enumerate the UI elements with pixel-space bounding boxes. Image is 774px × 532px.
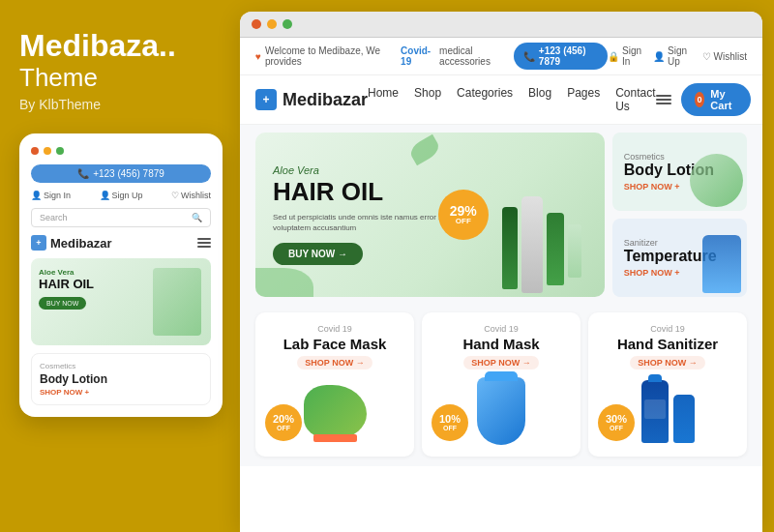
browser-dot-yellow[interactable] <box>267 19 277 29</box>
covid-suffix: medical accessories <box>439 45 514 67</box>
phone-icon: 📞 <box>77 168 89 179</box>
signup-link[interactable]: 👤 Sign Up <box>653 45 690 67</box>
side-card-2-product-image <box>702 235 741 293</box>
product-shop-link-1[interactable]: SHOP NOW → <box>297 356 372 369</box>
product-badge-3: 30% OFF <box>598 404 635 441</box>
cart-button[interactable]: 0 My Cart <box>681 83 751 116</box>
products-row: Covid 19 Lab Face Mask SHOP NOW → 20% OF… <box>240 305 762 466</box>
badge-off-3: OFF <box>610 425 623 431</box>
site-logo[interactable]: + Medibazar <box>255 89 368 110</box>
browser-chrome <box>240 12 762 38</box>
mobile-mockup: 📞 +123 (456) 7879 👤 Sign In 👤 Sign Up ♡ … <box>19 133 223 417</box>
sanitizer-bottle-2 <box>673 395 695 443</box>
top-bar-right: 🔒 Sign In 👤 Sign Up ♡ Wishlist <box>608 45 747 67</box>
hamburger-menu[interactable] <box>656 95 671 104</box>
badge-off-1: OFF <box>277 425 290 431</box>
top-bar: ♥ Welcome to Medibaze, We provides Covid… <box>240 38 762 75</box>
side-card-product-image <box>690 154 743 207</box>
product-bottle-3 <box>547 213 564 285</box>
badge-percent: 29% <box>450 204 477 218</box>
brand-title: Medibaza.. <box>19 29 176 63</box>
glove-cuff <box>485 371 518 381</box>
hero-buy-button[interactable]: BUY NOW → <box>273 243 363 265</box>
user-icon: 👤 <box>653 51 665 62</box>
dot-green <box>56 147 64 155</box>
top-bar-left: ♥ Welcome to Medibaze, We provides Covid… <box>255 45 514 67</box>
mobile-buy-button[interactable]: BUY NOW <box>39 297 86 310</box>
product-name-2: Hand Mask <box>462 336 539 352</box>
mobile-logo-icon: + <box>31 235 46 251</box>
product-badge-2: 10% OFF <box>432 404 468 441</box>
leaf-decoration <box>255 268 313 297</box>
mobile-product-name: Body Lotion <box>40 372 202 386</box>
product-covid-label-2: Covid 19 <box>484 324 519 334</box>
phone-icon: 📞 <box>523 51 535 62</box>
mobile-product-card: Cosmetics Body Lotion SHOP NOW + <box>31 353 211 405</box>
sanitizer-bottle-1 <box>641 380 669 443</box>
bottle-top <box>648 374 662 382</box>
product-card-sanitizer: Covid 19 Hand Sanitizer SHOP NOW → 30% O… <box>588 312 747 457</box>
logo-icon: + <box>255 89 277 110</box>
brand-by: By KlbTheme <box>19 97 101 112</box>
browser-dot-green[interactable] <box>283 19 292 29</box>
mobile-wishlist[interactable]: ♡ Wishlist <box>171 191 211 200</box>
nav-links: Home Shop Categories Blog Pages Contact … <box>368 86 656 113</box>
site-content: ♥ Welcome to Medibaze, We provides Covid… <box>240 38 762 532</box>
browser-dot-red[interactable] <box>252 19 261 29</box>
search-icon: 🔍 <box>192 213 202 222</box>
mobile-menu-button[interactable] <box>197 238 211 248</box>
left-panel: Medibaza.. Theme By KlbTheme 📞 +123 (456… <box>0 0 240 532</box>
mobile-product-shop[interactable]: SHOP NOW + <box>40 388 202 397</box>
product-bottle-4 <box>568 224 581 278</box>
mobile-signup[interactable]: 👤 Sign Up <box>100 191 143 200</box>
badge-pct-2: 10% <box>439 414 461 425</box>
nav-shop[interactable]: Shop <box>414 86 441 113</box>
lock-icon: 🔒 <box>608 51 619 62</box>
product-covid-label-1: Covid 19 <box>317 324 352 334</box>
hero-side-cards: Cosmetics Body Lotion SHOP NOW + Sanitiz… <box>612 133 747 297</box>
badge-off-2: OFF <box>443 425 457 431</box>
product-shop-link-2[interactable]: SHOP NOW → <box>463 356 538 369</box>
cart-badge: 0 <box>695 92 705 107</box>
glove-visual <box>477 377 525 445</box>
search-placeholder: Search <box>40 213 68 222</box>
wishlist-link[interactable]: ♡ Wishlist <box>702 51 747 62</box>
cart-label: My Cart <box>710 88 736 111</box>
side-card-body-lotion: Cosmetics Body Lotion SHOP NOW + <box>612 133 747 211</box>
nav-right: 0 My Cart <box>656 83 751 116</box>
heart-icon: ♡ <box>171 191 179 200</box>
browser-window: ♥ Welcome to Medibaze, We provides Covid… <box>240 12 762 532</box>
user-icon: 👤 <box>31 191 42 200</box>
nav-categories[interactable]: Categories <box>457 86 513 113</box>
mobile-phone-bar: 📞 +123 (456) 7879 <box>31 164 211 183</box>
signin-link[interactable]: 🔒 Sign In <box>608 45 641 67</box>
product-bottle-1 <box>502 207 518 289</box>
dot-red <box>31 147 39 155</box>
product-covid-label-3: Covid 19 <box>650 324 685 334</box>
badge-pct-3: 30% <box>606 414 627 425</box>
nav-home[interactable]: Home <box>368 86 399 113</box>
hero-product-images <box>479 133 605 297</box>
face-mask-visual <box>304 385 367 438</box>
mobile-search-bar[interactable]: Search 🔍 <box>31 208 211 227</box>
heart-icon: ♡ <box>702 51 711 62</box>
product-card-hand-mask: Covid 19 Hand Mask SHOP NOW → 10% OFF <box>422 312 580 457</box>
mobile-signin[interactable]: 👤 Sign In <box>31 191 71 200</box>
product-badge-1: 20% OFF <box>265 404 302 441</box>
mobile-nav: 👤 Sign In 👤 Sign Up ♡ Wishlist <box>31 191 211 200</box>
product-name-1: Lab Face Mask <box>283 336 387 352</box>
mobile-banner-image <box>153 268 201 336</box>
heart-decoration: ♥ <box>255 51 261 62</box>
sanitizer-bottles <box>641 380 695 443</box>
phone-bar: 📞 +123 (456) 7879 <box>514 43 608 70</box>
mobile-logo-row: + Medibazar <box>31 235 211 251</box>
hero-banner: Aloe Vera HAIR OIL Sed ut perspiciatis u… <box>255 133 605 297</box>
nav-contact[interactable]: Contact Us <box>615 86 655 113</box>
product-shop-link-3[interactable]: SHOP NOW → <box>630 356 704 369</box>
dot-yellow <box>44 147 51 155</box>
nav-pages[interactable]: Pages <box>567 86 600 113</box>
bottle-label <box>644 399 666 419</box>
side-card-sanitizer: Sanitizer Temperature SHOP NOW + <box>612 219 747 297</box>
covid-link[interactable]: Covid-19 <box>401 45 435 67</box>
nav-blog[interactable]: Blog <box>528 86 551 113</box>
